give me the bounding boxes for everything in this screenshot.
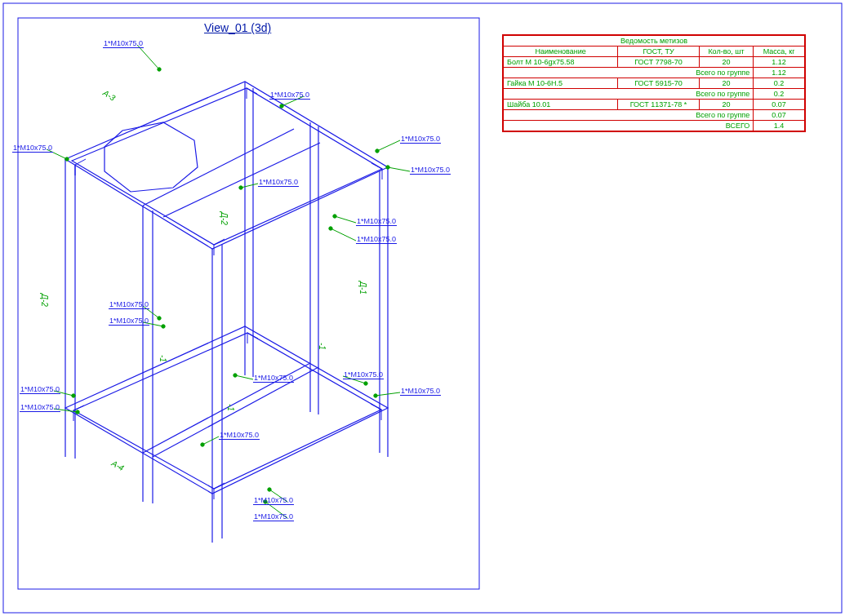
bolt-callout: 1*М10x75.0 xyxy=(253,512,294,521)
bom-subtotal-label: Всего по группе xyxy=(504,89,754,100)
bom-cell: Болт М 10-6gx75.58 xyxy=(504,57,618,68)
bolt-callout: 1*М10x75.0 xyxy=(356,235,397,244)
svg-point-15 xyxy=(329,227,332,230)
bolt-callout: 1*М10x75.0 xyxy=(410,166,451,175)
bom-subtotal-label: Всего по группе xyxy=(504,68,754,78)
svg-point-1 xyxy=(158,68,161,71)
bolt-callout: 1*М10x75.0 xyxy=(253,496,294,505)
svg-point-19 xyxy=(162,325,165,328)
bom-cell: 20 xyxy=(699,78,753,89)
bom-table: Ведомость метизов Наименование ГОСТ, ТУ … xyxy=(502,34,806,132)
bolt-callout: 1*М10x75.0 xyxy=(400,387,441,396)
svg-line-0 xyxy=(137,45,159,69)
bolt-callout: 1*М10x75.0 xyxy=(20,403,60,412)
bom-cell: 20 xyxy=(699,57,753,68)
bolt-callout: 1*М10x75.0 xyxy=(258,178,299,187)
leader-lines xyxy=(47,45,410,518)
svg-point-25 xyxy=(374,394,377,397)
svg-line-8 xyxy=(388,167,410,171)
svg-point-29 xyxy=(76,410,79,414)
axis-one1: -1 xyxy=(158,355,167,362)
bom-cell: 1.12 xyxy=(754,57,805,68)
bom-cell: ГОСТ 5915-70 xyxy=(618,78,700,89)
view-frame xyxy=(18,18,479,589)
bom-title: Ведомость метизов xyxy=(504,36,805,47)
svg-line-14 xyxy=(331,228,356,241)
svg-line-6 xyxy=(377,140,400,151)
bom-row: Всего по группе1.12 xyxy=(504,68,805,78)
svg-point-27 xyxy=(72,394,75,397)
axis-one3: -1 xyxy=(318,343,327,350)
svg-point-7 xyxy=(376,149,379,153)
bolt-callout: 1*М10x75.0 xyxy=(20,385,60,394)
structure-frame xyxy=(65,82,388,543)
bom-subtotal-mass: 1.12 xyxy=(754,68,805,78)
axis-one2: -1 xyxy=(226,404,235,411)
svg-line-30 xyxy=(202,437,219,445)
bolt-callout: 1*М10x75.0 xyxy=(269,91,310,100)
bom-cell: Шайба 10.01 xyxy=(504,100,618,110)
svg-line-10 xyxy=(241,184,258,188)
bolt-callout: 1*М10x75.0 xyxy=(219,431,260,440)
svg-point-9 xyxy=(386,166,389,169)
bom-cell: 0.2 xyxy=(754,78,805,89)
bom-h1: Наименование xyxy=(504,47,618,57)
bolt-callout: 1*М10x75.0 xyxy=(12,144,53,153)
svg-point-31 xyxy=(201,443,204,446)
svg-line-12 xyxy=(335,216,356,223)
bom-subtotal-mass: 1.4 xyxy=(754,121,805,131)
bom-row: Болт М 10-6gx75.58ГОСТ 7798-70201.12 xyxy=(504,57,805,68)
bom-h4: Масса, кг xyxy=(754,47,805,57)
bom-row: Всего по группе0.07 xyxy=(504,110,805,121)
bom-cell: ГОСТ 7798-70 xyxy=(618,57,700,68)
bom-subtotal-label: Всего по группе xyxy=(504,110,754,121)
bolt-callout: 1*М10x75.0 xyxy=(400,135,441,144)
bom-h2: ГОСТ, ТУ xyxy=(618,47,700,57)
bom-cell: 20 xyxy=(699,100,753,110)
bom-subtotal-mass: 0.07 xyxy=(754,110,805,121)
svg-line-20 xyxy=(235,375,253,379)
drawing-canvas: View_01 (3d) xyxy=(0,0,845,616)
bom-cell: ГОСТ 11371-78 * xyxy=(618,100,700,110)
svg-point-13 xyxy=(333,215,336,218)
bom-subtotal-label: ВСЕГО xyxy=(504,121,754,131)
bolt-callout: 1*М10x75.0 xyxy=(109,317,149,326)
bom-row: Гайка М 10-6H.5ГОСТ 5915-70200.2 xyxy=(504,78,805,89)
axis-d1: Д-1 xyxy=(358,281,367,295)
svg-point-3 xyxy=(280,104,283,108)
svg-point-17 xyxy=(158,317,161,320)
svg-point-21 xyxy=(233,374,237,377)
bom-cell: 0.07 xyxy=(754,100,805,110)
bom-row: ВСЕГО1.4 xyxy=(504,121,805,131)
svg-point-23 xyxy=(364,382,367,385)
bom-h3: Кол-во, шт xyxy=(699,47,753,57)
bom-subtotal-mass: 0.2 xyxy=(754,89,805,100)
bolt-callout: 1*М10x75.0 xyxy=(253,374,294,383)
bom-row: Шайба 10.01ГОСТ 11371-78 *200.07 xyxy=(504,100,805,110)
svg-point-5 xyxy=(65,157,69,161)
axis-d2b: Д-2 xyxy=(40,294,49,307)
bom-cell: Гайка М 10-6H.5 xyxy=(504,78,618,89)
axis-d2a: Д-2 xyxy=(220,212,229,225)
bom-row: Всего по группе0.2 xyxy=(504,89,805,100)
bolt-callout: 1*М10x75.0 xyxy=(109,300,149,309)
bolt-callout: 1*М10x75.0 xyxy=(356,217,397,226)
bolt-callout: 1*М10x75.0 xyxy=(343,370,384,379)
svg-point-11 xyxy=(239,186,242,189)
bolt-callout: 1*М10x75.0 xyxy=(103,39,144,48)
svg-point-33 xyxy=(268,488,271,491)
